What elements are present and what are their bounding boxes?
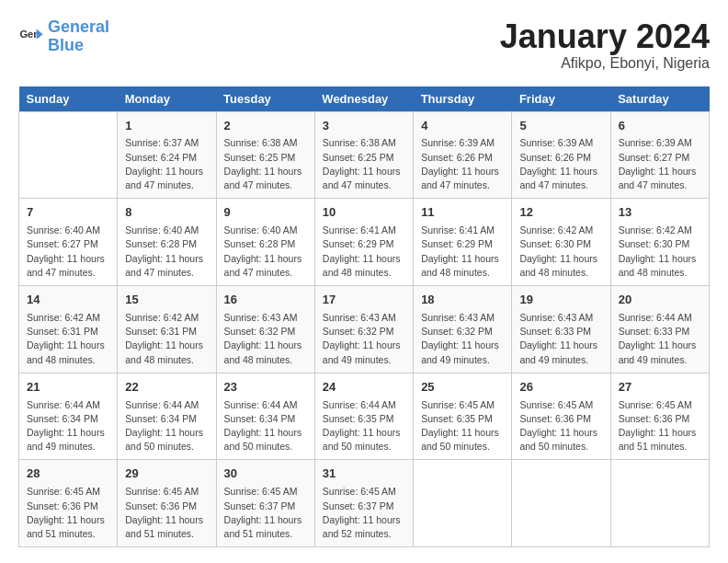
calendar-cell: 17Sunrise: 6:43 AM Sunset: 6:32 PM Dayli… bbox=[314, 286, 413, 373]
calendar-cell: 11Sunrise: 6:41 AM Sunset: 6:29 PM Dayli… bbox=[414, 199, 512, 286]
day-info: Sunrise: 6:44 AM Sunset: 6:33 PM Dayligh… bbox=[619, 311, 701, 367]
day-info: Sunrise: 6:43 AM Sunset: 6:32 PM Dayligh… bbox=[323, 311, 405, 367]
calendar-cell bbox=[610, 460, 709, 547]
day-number: 19 bbox=[519, 292, 602, 309]
day-header-thursday: Thursday bbox=[414, 86, 512, 112]
calendar-cell: 20Sunrise: 6:44 AM Sunset: 6:33 PM Dayli… bbox=[610, 286, 709, 373]
day-info: Sunrise: 6:37 AM Sunset: 6:24 PM Dayligh… bbox=[125, 136, 208, 192]
day-number: 4 bbox=[421, 118, 504, 135]
day-info: Sunrise: 6:45 AM Sunset: 6:37 PM Dayligh… bbox=[224, 485, 307, 541]
calendar-cell bbox=[19, 111, 118, 199]
calendar-header-row: SundayMondayTuesdayWednesdayThursdayFrid… bbox=[19, 86, 710, 112]
logo-text: GeneralBlue bbox=[48, 18, 109, 55]
calendar-week-3: 14Sunrise: 6:42 AM Sunset: 6:31 PM Dayli… bbox=[19, 286, 710, 373]
calendar-week-5: 28Sunrise: 6:45 AM Sunset: 6:36 PM Dayli… bbox=[19, 460, 710, 547]
calendar-cell: 19Sunrise: 6:43 AM Sunset: 6:33 PM Dayli… bbox=[512, 286, 610, 373]
calendar-cell: 9Sunrise: 6:40 AM Sunset: 6:28 PM Daylig… bbox=[216, 199, 314, 286]
day-info: Sunrise: 6:39 AM Sunset: 6:26 PM Dayligh… bbox=[421, 136, 504, 192]
calendar-cell: 8Sunrise: 6:40 AM Sunset: 6:28 PM Daylig… bbox=[118, 199, 216, 286]
day-number: 25 bbox=[421, 379, 504, 396]
calendar-cell: 15Sunrise: 6:42 AM Sunset: 6:31 PM Dayli… bbox=[118, 286, 216, 373]
day-number: 10 bbox=[323, 204, 405, 222]
day-info: Sunrise: 6:45 AM Sunset: 6:36 PM Dayligh… bbox=[125, 485, 208, 541]
day-info: Sunrise: 6:43 AM Sunset: 6:33 PM Dayligh… bbox=[519, 311, 602, 367]
calendar-title: January 2024 bbox=[500, 18, 710, 55]
day-info: Sunrise: 6:42 AM Sunset: 6:31 PM Dayligh… bbox=[27, 311, 109, 367]
calendar-cell: 18Sunrise: 6:43 AM Sunset: 6:32 PM Dayli… bbox=[414, 286, 512, 373]
calendar-cell: 22Sunrise: 6:44 AM Sunset: 6:34 PM Dayli… bbox=[118, 373, 216, 460]
day-header-wednesday: Wednesday bbox=[314, 86, 413, 112]
day-number: 30 bbox=[224, 465, 307, 483]
day-info: Sunrise: 6:43 AM Sunset: 6:32 PM Dayligh… bbox=[224, 311, 307, 367]
calendar-cell: 24Sunrise: 6:44 AM Sunset: 6:35 PM Dayli… bbox=[314, 373, 413, 460]
calendar-cell: 3Sunrise: 6:38 AM Sunset: 6:25 PM Daylig… bbox=[314, 111, 413, 199]
calendar-cell: 21Sunrise: 6:44 AM Sunset: 6:34 PM Dayli… bbox=[19, 373, 118, 460]
page-header: Gen GeneralBlue January 2024 Afikpo, Ebo… bbox=[18, 18, 710, 72]
day-info: Sunrise: 6:43 AM Sunset: 6:32 PM Dayligh… bbox=[421, 311, 504, 367]
day-info: Sunrise: 6:41 AM Sunset: 6:29 PM Dayligh… bbox=[323, 224, 405, 280]
calendar-week-2: 7Sunrise: 6:40 AM Sunset: 6:27 PM Daylig… bbox=[19, 199, 710, 286]
day-number: 3 bbox=[323, 118, 405, 135]
day-info: Sunrise: 6:42 AM Sunset: 6:31 PM Dayligh… bbox=[125, 311, 208, 367]
day-info: Sunrise: 6:41 AM Sunset: 6:29 PM Dayligh… bbox=[421, 224, 504, 280]
day-header-sunday: Sunday bbox=[19, 86, 118, 112]
day-info: Sunrise: 6:39 AM Sunset: 6:27 PM Dayligh… bbox=[619, 136, 701, 192]
calendar-cell: 5Sunrise: 6:39 AM Sunset: 6:26 PM Daylig… bbox=[512, 111, 610, 199]
day-info: Sunrise: 6:45 AM Sunset: 6:37 PM Dayligh… bbox=[323, 485, 405, 541]
calendar-cell: 12Sunrise: 6:42 AM Sunset: 6:30 PM Dayli… bbox=[512, 199, 610, 286]
calendar-cell: 25Sunrise: 6:45 AM Sunset: 6:35 PM Dayli… bbox=[414, 373, 512, 460]
day-number: 16 bbox=[224, 292, 307, 309]
day-info: Sunrise: 6:45 AM Sunset: 6:35 PM Dayligh… bbox=[421, 398, 504, 454]
calendar-cell: 23Sunrise: 6:44 AM Sunset: 6:34 PM Dayli… bbox=[216, 373, 314, 460]
day-number: 9 bbox=[224, 204, 307, 222]
day-info: Sunrise: 6:44 AM Sunset: 6:34 PM Dayligh… bbox=[125, 398, 208, 454]
day-number: 26 bbox=[519, 379, 602, 396]
day-info: Sunrise: 6:38 AM Sunset: 6:25 PM Dayligh… bbox=[224, 136, 307, 192]
day-header-friday: Friday bbox=[512, 86, 610, 112]
calendar-cell: 10Sunrise: 6:41 AM Sunset: 6:29 PM Dayli… bbox=[314, 199, 413, 286]
calendar-cell: 28Sunrise: 6:45 AM Sunset: 6:36 PM Dayli… bbox=[19, 460, 118, 547]
day-info: Sunrise: 6:45 AM Sunset: 6:36 PM Dayligh… bbox=[519, 398, 602, 454]
calendar-cell: 27Sunrise: 6:45 AM Sunset: 6:36 PM Dayli… bbox=[610, 373, 709, 460]
day-number: 6 bbox=[619, 118, 701, 135]
day-number: 27 bbox=[619, 379, 701, 396]
day-number: 15 bbox=[125, 292, 208, 309]
day-info: Sunrise: 6:42 AM Sunset: 6:30 PM Dayligh… bbox=[519, 224, 602, 280]
calendar-cell: 29Sunrise: 6:45 AM Sunset: 6:36 PM Dayli… bbox=[118, 460, 216, 547]
day-info: Sunrise: 6:40 AM Sunset: 6:28 PM Dayligh… bbox=[125, 224, 208, 280]
calendar-cell bbox=[512, 460, 610, 547]
logo: Gen GeneralBlue bbox=[18, 18, 109, 55]
day-info: Sunrise: 6:44 AM Sunset: 6:34 PM Dayligh… bbox=[27, 398, 109, 454]
calendar-cell: 4Sunrise: 6:39 AM Sunset: 6:26 PM Daylig… bbox=[414, 111, 512, 199]
calendar-cell: 31Sunrise: 6:45 AM Sunset: 6:37 PM Dayli… bbox=[314, 460, 413, 547]
day-number: 1 bbox=[125, 118, 208, 135]
day-number: 11 bbox=[421, 204, 504, 222]
calendar-subtitle: Afikpo, Ebonyi, Nigeria bbox=[500, 55, 710, 72]
calendar-cell: 1Sunrise: 6:37 AM Sunset: 6:24 PM Daylig… bbox=[118, 111, 216, 199]
calendar-cell: 14Sunrise: 6:42 AM Sunset: 6:31 PM Dayli… bbox=[19, 286, 118, 373]
day-number: 29 bbox=[125, 465, 208, 483]
day-info: Sunrise: 6:38 AM Sunset: 6:25 PM Dayligh… bbox=[323, 136, 405, 192]
day-number: 20 bbox=[619, 292, 701, 309]
day-number: 14 bbox=[27, 292, 109, 309]
day-info: Sunrise: 6:39 AM Sunset: 6:26 PM Dayligh… bbox=[519, 136, 602, 192]
day-header-saturday: Saturday bbox=[610, 86, 709, 112]
logo-icon: Gen bbox=[18, 24, 44, 50]
day-number: 22 bbox=[125, 379, 208, 396]
day-info: Sunrise: 6:42 AM Sunset: 6:30 PM Dayligh… bbox=[619, 224, 701, 280]
day-info: Sunrise: 6:44 AM Sunset: 6:34 PM Dayligh… bbox=[224, 398, 307, 454]
calendar-cell: 13Sunrise: 6:42 AM Sunset: 6:30 PM Dayli… bbox=[610, 199, 709, 286]
day-number: 13 bbox=[619, 204, 701, 222]
calendar-table: SundayMondayTuesdayWednesdayThursdayFrid… bbox=[18, 86, 710, 548]
day-number: 21 bbox=[27, 379, 109, 396]
day-number: 28 bbox=[27, 465, 109, 483]
day-info: Sunrise: 6:45 AM Sunset: 6:36 PM Dayligh… bbox=[619, 398, 701, 454]
day-info: Sunrise: 6:40 AM Sunset: 6:27 PM Dayligh… bbox=[27, 224, 109, 280]
day-number: 8 bbox=[125, 204, 208, 222]
calendar-week-4: 21Sunrise: 6:44 AM Sunset: 6:34 PM Dayli… bbox=[19, 373, 710, 460]
day-number: 24 bbox=[323, 379, 405, 396]
day-number: 2 bbox=[224, 118, 307, 135]
day-number: 18 bbox=[421, 292, 504, 309]
day-info: Sunrise: 6:40 AM Sunset: 6:28 PM Dayligh… bbox=[224, 224, 307, 280]
calendar-cell: 26Sunrise: 6:45 AM Sunset: 6:36 PM Dayli… bbox=[512, 373, 610, 460]
